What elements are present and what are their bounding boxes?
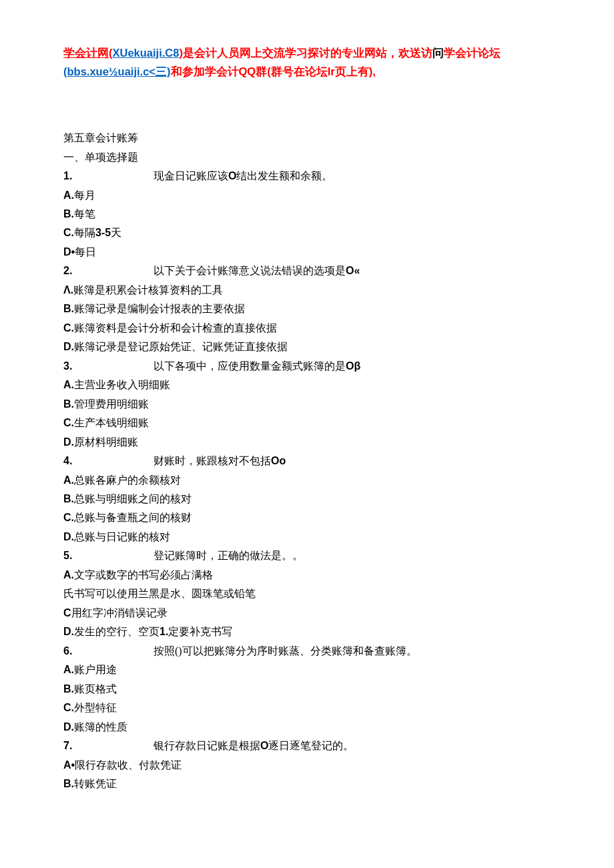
option-prefix: C	[63, 607, 71, 618]
option-a: A.每月	[63, 186, 551, 205]
option-c: C.总账与备查瓶之间的核财	[63, 508, 551, 527]
answer-marker: O	[228, 170, 236, 181]
option-prefix: B.	[63, 493, 74, 504]
option-text: 发生的空行、空页	[74, 626, 160, 637]
question-text: 结出发生额和余额。	[236, 170, 332, 181]
question-number: 2.	[63, 262, 154, 280]
question-text: 银行存款日记账是根据	[154, 740, 260, 751]
option-text: 管理费用明细账	[74, 398, 149, 410]
option-text: 限行存款收、付款凭证	[75, 759, 182, 771]
option-text: 定要补克书写	[168, 626, 232, 637]
option-text: 主营业务收入明细账	[74, 379, 170, 390]
option-c: C.外型特征	[63, 699, 551, 717]
option-text: 生产本钱明细账	[74, 417, 149, 428]
option-b: B.总账与明细账之间的核对	[63, 490, 551, 508]
option-prefix: D.	[63, 531, 74, 542]
option-text: 账页格式	[74, 683, 117, 695]
question-number: 7.	[63, 737, 154, 755]
question-5: 5.登记账簿时，正确的做法是。。	[63, 546, 551, 565]
question-text: 以下关于会计账簿意义说法错误的选项是	[154, 265, 346, 276]
answer-marker: O«	[346, 265, 360, 276]
question-text: 登记账簿时，正确的做法是。。	[154, 550, 303, 561]
question-number: 5.	[63, 546, 154, 565]
option-prefix: D.	[63, 721, 74, 733]
document-header: 学会计网(XUekuaiji.C8)是会计人员网上交流学习探讨的专业网站，欢送访…	[63, 43, 551, 81]
option-text: 每隔	[74, 227, 95, 238]
option-c: C.生产本钱明细账	[63, 414, 551, 432]
option-text: 账簿记录是登记原始凭证、记账凭证直接依据	[74, 341, 288, 352]
option-prefix: Λ.	[63, 284, 73, 296]
option-a: A.文字或数字的书写必须占满格	[63, 566, 551, 584]
site-name-link[interactable]: 学会计网	[63, 47, 109, 59]
answer-marker: Oo	[271, 455, 286, 466]
option-prefix: B.	[63, 208, 74, 220]
option-d: D.总账与日记账的核对	[63, 528, 551, 546]
option-prefix: A.	[63, 189, 74, 201]
option-d: D.账簿的性质	[63, 718, 551, 737]
question-4: 4.财账时，账跟核对不包括Oo	[63, 452, 551, 470]
option-text: 转账凭证	[74, 778, 117, 789]
option-prefix: D.	[63, 341, 74, 352]
option-number: 3-5	[95, 227, 111, 238]
option-d: D.原材料明细账	[63, 433, 551, 452]
option-text: 账户用途	[74, 664, 117, 675]
option-text: 账簿记录是编制会计报表的主要依据	[74, 303, 245, 314]
option-a: A.账户用途	[63, 661, 551, 679]
option-prefix: D•	[63, 246, 75, 258]
section-title: 一、单项选择题	[63, 148, 551, 167]
option-d: D.发生的空行、空页1.定要补克书写	[63, 622, 551, 641]
option-text: 每日	[75, 246, 96, 258]
question-3: 3.以下各项中，应使用数量金额式账簿的是Oβ	[63, 357, 551, 376]
option-prefix: B.	[63, 683, 74, 695]
forum-link[interactable]: 学会计论坛	[444, 47, 501, 59]
question-number: 4.	[63, 452, 154, 470]
question-text: 财账时，账跟核对不包括	[154, 455, 271, 466]
qq-group-text: 和参加学会计QQ群(群号在论坛Ir页上有),	[171, 65, 376, 77]
option-text: 每笔	[74, 208, 95, 220]
option-prefix: A.	[63, 379, 74, 390]
option-d: D.账簿记录是登记原始凭证、记账凭证直接依据	[63, 338, 551, 356]
answer-marker: O	[260, 740, 268, 751]
question-1: 1.现金日记账应该O结出发生额和余额。	[63, 167, 551, 185]
option-d: D•每日	[63, 243, 551, 262]
question-6: 6.按照()可以把账簿分为序时账蒸、分类账簿和备查账簿。	[63, 642, 551, 661]
option-text: 天	[111, 227, 121, 238]
option-c: C.每隔3-5天	[63, 224, 551, 242]
option-text: 氏书写可以使用兰黑是水、圆珠笔或铅笔	[63, 588, 256, 599]
option-prefix: C.	[63, 227, 74, 238]
option-prefix: A.	[63, 569, 74, 580]
option-text: 总账与日记账的核对	[74, 531, 170, 542]
option-text: 总账与备查瓶之间的核财	[74, 512, 192, 523]
option-b: B.账页格式	[63, 680, 551, 699]
question-number: 3.	[63, 357, 154, 376]
option-prefix: D.	[63, 436, 74, 448]
option-text: 外型特征	[74, 702, 117, 713]
document-content: 第五章会计账筹 一、单项选择题 1.现金日记账应该O结出发生额和余额。 A.每月…	[63, 129, 551, 793]
forum-url-link[interactable]: (bbs.xue½uaiji.c<三)	[63, 65, 171, 77]
header-description: 是会计人员网上交流学习探讨的专业网站，欢送访	[183, 47, 432, 59]
question-2: 2.以下关于会计账簿意义说法错误的选项是O«	[63, 262, 551, 280]
option-prefix: C.	[63, 322, 74, 334]
option-prefix: B.	[63, 778, 74, 789]
option-prefix: C.	[63, 702, 74, 713]
option-text: 账簿是积累会计核算资料的工具	[73, 284, 223, 296]
option-text: 文字或数字的书写必须占满格	[74, 569, 213, 580]
option-text: 总账各麻户的余额核对	[74, 474, 181, 486]
option-prefix: B.	[63, 398, 74, 410]
option-prefix: C.	[63, 417, 74, 428]
option-c: C用红字冲消错误记录	[63, 604, 551, 622]
option-prefix: A•	[63, 759, 75, 771]
site-url-link[interactable]: XUekuaiji.C8	[113, 47, 180, 59]
option-b: B.每笔	[63, 205, 551, 224]
option-a: A•限行存款收、付款凭证	[63, 756, 551, 775]
question-7: 7.银行存款日记账是根据O逐日逐笔登记的。	[63, 737, 551, 755]
question-number: 6.	[63, 642, 154, 661]
question-text: 按照()可以把账簿分为序时账蒸、分类账簿和备查账簿。	[154, 645, 417, 657]
answer-marker: Oβ	[346, 360, 360, 372]
option-number: 1.	[160, 626, 168, 637]
question-number: 1.	[63, 167, 154, 185]
option-c: C.账簿资料是会计分析和会计检查的直接依据	[63, 319, 551, 338]
option-prefix: D.	[63, 626, 74, 637]
question-text: 现金日记账应该	[154, 170, 228, 181]
option-a: A.总账各麻户的余额核对	[63, 471, 551, 490]
